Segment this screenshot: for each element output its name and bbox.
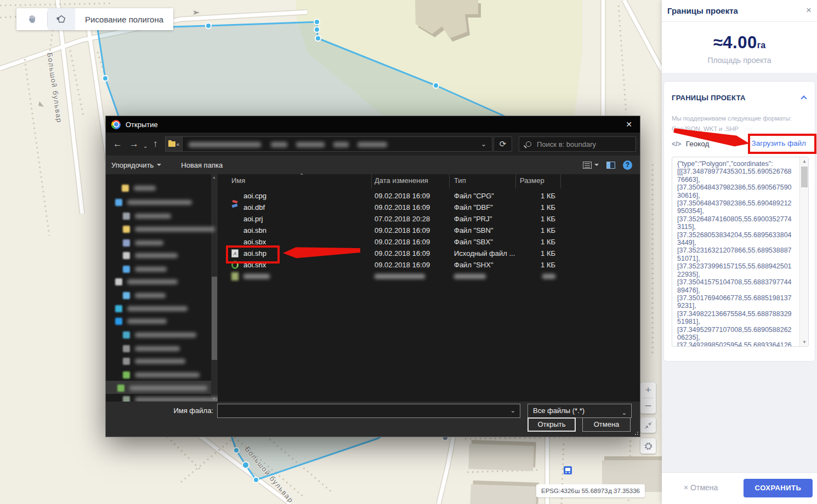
dialog-cancel-button[interactable]: Отмена xyxy=(582,417,631,432)
collapse-icon xyxy=(644,421,653,429)
help-icon[interactable]: ? xyxy=(623,161,632,170)
draw-polygon-label: Рисование полигона xyxy=(75,8,173,30)
tree-item[interactable] xyxy=(123,355,185,367)
geocode-tab[interactable]: Геокод xyxy=(686,140,710,148)
lat-label: ш 55.68973 xyxy=(575,488,608,494)
tree-item[interactable] xyxy=(123,249,178,261)
file-row-aoi.cpg[interactable]: aoi.cpg09.02.2018 16:09Файл "CPG"1 КБ xyxy=(218,190,640,202)
file-open-dialog: Открытие ✕ ← → ⌄ ↑ « ⌄ ⟳ xyxy=(106,116,640,437)
list-view-icon xyxy=(583,162,592,169)
project-area-value: ≈4.00га xyxy=(662,33,817,53)
tree-item[interactable] xyxy=(123,329,196,341)
project-boundaries-panel: Границы проекта × ≈4.00га Площадь проект… xyxy=(662,0,817,504)
up-button[interactable]: ↑ xyxy=(153,139,158,150)
tree-item[interactable] xyxy=(123,393,218,402)
upload-file-button[interactable]: Загрузить файл xyxy=(752,139,806,147)
panel-cancel-button[interactable]: × Отмена xyxy=(684,483,718,492)
zoom-in-button[interactable]: + xyxy=(640,382,656,398)
caret-down-icon xyxy=(157,164,161,166)
refresh-button[interactable]: ⟳ xyxy=(493,136,512,152)
tree-scrollbar[interactable]: ▲ ▼ xyxy=(211,174,218,402)
draw-polygon-button[interactable] xyxy=(48,8,75,30)
tree-item[interactable] xyxy=(122,182,156,194)
resize-grip[interactable] xyxy=(634,431,638,435)
pan-tool-button[interactable] xyxy=(16,8,47,30)
card-title: ГРАНИЦЫ ПРОЕКТА xyxy=(672,94,746,102)
forward-button[interactable]: → xyxy=(129,139,139,150)
collapse-button[interactable] xyxy=(640,417,656,433)
column-date[interactable]: Дата изменения xyxy=(375,176,428,185)
panel-footer: × Отмена СОХРАНИТЬ xyxy=(662,472,817,504)
tree-item[interactable] xyxy=(123,223,215,235)
map-status-bar: EPSG:4326 ш 55.68973 д 37.35336 xyxy=(536,484,645,497)
tree-item[interactable] xyxy=(123,342,180,354)
new-folder-button[interactable]: Новая папка xyxy=(181,161,223,169)
file-icon-shx xyxy=(231,261,239,269)
zoom-control: + − xyxy=(640,382,656,414)
collapse-chevron-icon[interactable] xyxy=(801,95,807,101)
file-icon-shp: A xyxy=(231,249,239,257)
boundaries-card: ГРАНИЦЫ ПРОЕКТА Мы поддерживаем следующи… xyxy=(663,81,815,362)
column-size[interactable]: Размер xyxy=(520,176,544,185)
epsg-label: EPSG:4326 xyxy=(541,488,575,494)
file-row-aoi.shx[interactable]: aoi.shx09.02.2018 16:09Файл "SHX"1 КБ xyxy=(218,259,640,271)
scroll-up-icon[interactable]: ▲ xyxy=(800,157,809,165)
file-list: Имя ⌃ Дата изменения Тип Размер aoi.cpg0… xyxy=(218,174,640,402)
gear-icon xyxy=(644,442,653,451)
file-row-aoi.prj[interactable]: aoi.prj07.02.2018 20:28Файл "PRJ"1 КБ xyxy=(218,213,640,225)
formats-note: Мы поддерживаем следующие форматы: GeoJS… xyxy=(672,113,811,134)
tree-item[interactable] xyxy=(123,369,200,381)
geojson-content: {"type":"Polygon","coordinates": [[[37.3… xyxy=(677,160,793,347)
dialog-close-button[interactable]: ✕ xyxy=(618,116,640,133)
history-chevron-icon[interactable]: ⌄ xyxy=(143,141,147,152)
tree-item[interactable] xyxy=(115,315,167,327)
tree-item[interactable] xyxy=(115,196,192,208)
filetype-select[interactable]: Все файлы (*.*) ⌄ xyxy=(527,404,632,418)
caret-down-icon xyxy=(594,164,599,166)
map-toolbar: Рисование полигона xyxy=(16,8,173,30)
scroll-up-icon[interactable]: ▲ xyxy=(212,175,216,179)
project-area-caption: Площадь проекта xyxy=(662,56,817,65)
panel-close-button[interactable]: × xyxy=(806,5,812,16)
tree-item[interactable] xyxy=(117,382,207,394)
tree-item[interactable] xyxy=(115,302,188,314)
column-type[interactable]: Тип xyxy=(454,176,466,185)
tree-item[interactable] xyxy=(115,276,178,288)
file-row-aoi.sbn[interactable]: aoi.sbn09.02.2018 16:09Файл "SBN"1 КБ xyxy=(218,225,640,236)
polygon-icon xyxy=(56,14,67,25)
map-settings-button[interactable] xyxy=(640,438,656,454)
dialog-titlebar[interactable]: Открытие ✕ xyxy=(106,116,640,133)
search-icon xyxy=(526,141,531,147)
textarea-scrollbar[interactable]: ▲ ▼ xyxy=(799,157,808,346)
folder-tree-pane[interactable]: ▲ ▼ xyxy=(106,174,218,402)
code-icon: </> xyxy=(672,140,681,148)
back-button[interactable]: ← xyxy=(113,139,122,150)
search-box[interactable]: Поиск в: boundary xyxy=(519,136,636,152)
file-row-blurred[interactable] xyxy=(218,271,640,282)
dialog-toolbar: ← → ⌄ ↑ « ⌄ ⟳ Поиск в: boundary xyxy=(106,133,640,156)
address-bar[interactable]: « ⌄ xyxy=(165,136,492,152)
chrome-icon xyxy=(111,120,121,129)
sort-asc-icon: ⌃ xyxy=(299,173,304,179)
dialog-body: ▲ ▼ Имя ⌃ Дата изменения Тип Размер xyxy=(106,174,640,402)
preview-pane-icon[interactable] xyxy=(606,162,615,169)
file-row-aoi.sbx[interactable]: aoi.sbx09.02.2018 16:09Файл "SBX"1 КБ xyxy=(218,236,640,248)
save-button[interactable]: СОХРАНИТЬ xyxy=(744,479,813,497)
scroll-down-icon[interactable]: ▼ xyxy=(800,338,809,346)
tree-item[interactable] xyxy=(123,289,166,301)
open-button[interactable]: Открыть xyxy=(527,417,576,432)
file-row-aoi.dbf[interactable]: aoi.dbf09.02.2018 16:09Файл "DBF"1 КБ xyxy=(218,202,640,213)
file-row-aoi.shp[interactable]: Aaoi.shp09.02.2018 16:09Исходный файл ..… xyxy=(218,248,640,259)
tree-item[interactable] xyxy=(123,210,171,222)
tree-item[interactable] xyxy=(123,263,167,275)
hand-icon xyxy=(26,14,37,25)
filename-input[interactable]: ⌄ xyxy=(217,404,520,418)
organize-menu[interactable]: Упорядочить xyxy=(111,161,161,169)
tree-item[interactable] xyxy=(123,237,163,249)
geojson-textarea[interactable]: {"type":"Polygon","coordinates": [[[37.3… xyxy=(672,157,809,347)
view-mode-button[interactable] xyxy=(583,162,599,169)
column-name[interactable]: Имя xyxy=(231,176,245,185)
zoom-out-button[interactable]: − xyxy=(640,398,656,414)
dialog-title: Открытие xyxy=(126,121,158,129)
address-dropdown-icon[interactable]: ⌄ xyxy=(481,140,486,148)
